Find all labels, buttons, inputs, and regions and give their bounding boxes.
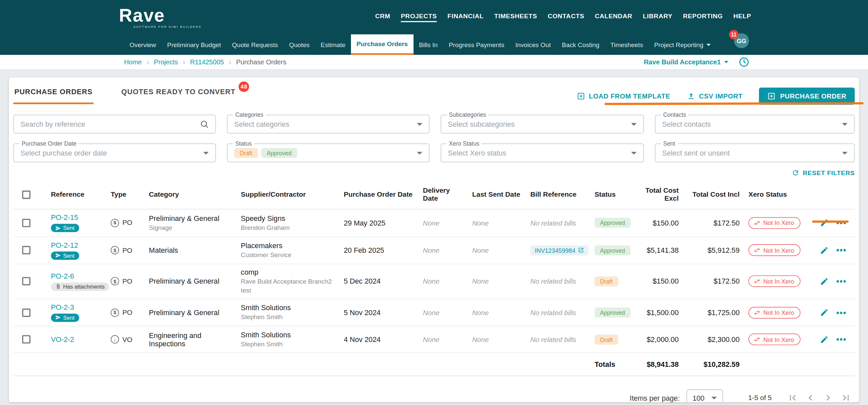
delivery-date: None	[423, 219, 439, 227]
load-from-template-button[interactable]: LOAD FROM TEMPLATE	[577, 92, 670, 100]
subcategories-filter[interactable]: Subcategories Select subcategories	[441, 115, 644, 134]
total-cost-incl: $1,725.00	[683, 309, 744, 317]
xero-status-chip: Not In Xero	[748, 307, 800, 318]
filters: Categories Select categories Subcategori…	[13, 115, 855, 163]
topnav-financial[interactable]: FINANCIAL	[447, 12, 484, 22]
subcategories-filter-value: Select subcategories	[448, 120, 631, 128]
col-status: Status	[590, 191, 637, 198]
subnav-preliminary-budget[interactable]: Preliminary Budget	[162, 34, 227, 55]
row-checkbox[interactable]	[22, 246, 30, 254]
row-checkbox[interactable]	[22, 335, 30, 344]
subnav-timesheets[interactable]: Timesheets	[605, 34, 649, 55]
topnav-reporting[interactable]: REPORTING	[683, 12, 723, 22]
project-selector[interactable]: Rave Build Acceptance1	[644, 58, 728, 66]
edit-button[interactable]	[819, 277, 829, 286]
more-actions-button[interactable]: •••	[836, 219, 846, 227]
contacts-filter[interactable]: Contacts Select contacts	[655, 115, 855, 134]
po-type-icon: $	[111, 277, 119, 286]
edit-button[interactable]	[819, 219, 829, 228]
items-per-page-value: 100	[692, 394, 704, 402]
supplier-text: Smith Solutions	[241, 331, 335, 339]
more-actions-button[interactable]: •••	[836, 309, 846, 317]
select-all-checkbox[interactable]	[22, 191, 30, 199]
status-filter-chip-draft[interactable]: Draft	[234, 148, 258, 158]
csv-import-label: CSV IMPORT	[699, 92, 742, 100]
table-header: Reference Type Category Supplier/Contrac…	[13, 181, 855, 209]
breadcrumb-project-id[interactable]: R11425005	[190, 58, 224, 66]
reference-link[interactable]: PO-2-3	[51, 303, 74, 311]
subnav-quote-requests[interactable]: Quote Requests	[226, 34, 283, 55]
subnav-progress-payments[interactable]: Progress Payments	[443, 34, 510, 55]
subnav-bills-in[interactable]: Bills In	[413, 34, 443, 55]
categories-filter[interactable]: Categories Select categories	[227, 115, 430, 134]
col-last-sent: Last Sent Date	[468, 191, 526, 198]
sent-filter-value: Select sent or unsent	[662, 149, 842, 157]
topnav-calendar[interactable]: CALENDAR	[595, 12, 632, 22]
subnav-back-costing[interactable]: Back Costing	[556, 34, 605, 55]
po-date-filter-value: Select purchase order date	[21, 149, 203, 157]
breadcrumb-home[interactable]: Home	[124, 58, 142, 66]
subnav-quotes[interactable]: Quotes	[284, 34, 315, 55]
edit-button[interactable]	[819, 308, 829, 317]
po-date-filter[interactable]: Purchase Order Date Select purchase orde…	[13, 144, 216, 163]
more-actions-button[interactable]: •••	[836, 335, 846, 344]
edit-pencil-icon	[819, 335, 829, 344]
reference-link[interactable]: PO-2-6	[51, 272, 74, 280]
subnav-project-reporting[interactable]: Project Reporting	[649, 34, 716, 55]
topnav-contacts[interactable]: CONTACTS	[548, 12, 584, 22]
search-field[interactable]	[13, 115, 216, 134]
more-actions-button[interactable]: •••	[836, 246, 846, 254]
csv-import-button[interactable]: CSV IMPORT	[687, 92, 742, 100]
subnav-overview[interactable]: Overview	[124, 34, 161, 55]
search-input[interactable]	[21, 120, 200, 128]
tab-purchase-orders[interactable]: PURCHASE ORDERS	[13, 87, 94, 104]
tab-quotes-ready[interactable]: QUOTES READY TO CONVERT 48	[120, 87, 237, 103]
supplier-subtext: test	[241, 287, 335, 294]
prev-page-button[interactable]	[805, 393, 816, 402]
topnav-library[interactable]: LIBRARY	[643, 12, 673, 22]
row-checkbox[interactable]	[22, 219, 30, 227]
new-purchase-order-label: PURCHASE ORDER	[780, 92, 846, 100]
topnav-timesheets[interactable]: TIMESHEETS	[494, 12, 537, 22]
breadcrumb-separator	[183, 58, 185, 66]
delivery-date: None	[423, 309, 439, 316]
reset-filters-button[interactable]: RESET FILTERS	[792, 169, 855, 176]
status-filter[interactable]: Status Draft Approved	[227, 144, 430, 163]
next-page-button[interactable]	[823, 393, 834, 402]
edit-button[interactable]	[819, 246, 829, 255]
refresh-icon	[792, 169, 799, 176]
more-actions-button[interactable]: •••	[836, 277, 846, 286]
subnav-invoices-out[interactable]: Invoices Out	[510, 34, 556, 55]
sent-filter[interactable]: Sent Select sent or unsent	[655, 144, 855, 163]
status-filter-chip-approved[interactable]: Approved	[261, 148, 297, 158]
reference-link[interactable]: PO-2-12	[51, 241, 78, 249]
topnav-crm[interactable]: CRM	[375, 12, 391, 22]
xero-status-filter[interactable]: Xero Status Select Xero status	[441, 144, 644, 163]
reference-link[interactable]: VO-2-2	[51, 335, 74, 344]
items-per-page-select[interactable]: 100	[686, 390, 723, 402]
edit-pencil-icon	[819, 219, 829, 228]
topnav-help[interactable]: HELP	[734, 12, 751, 22]
col-supplier: Supplier/Contractor	[236, 191, 339, 198]
breadcrumb-projects[interactable]: Projects	[154, 58, 178, 66]
row-checkbox[interactable]	[22, 277, 30, 286]
last-page-button[interactable]	[840, 393, 851, 402]
totals-excl: $8,941.38	[637, 360, 683, 369]
reference-link[interactable]: PO-2-15	[51, 213, 78, 222]
xero-status-chip: Not In Xero	[748, 217, 800, 229]
search-icon	[200, 120, 209, 129]
subnav-estimate[interactable]: Estimate	[315, 34, 351, 55]
history-clock-button[interactable]	[738, 56, 749, 67]
subnav-purchase-orders[interactable]: Purchase Orders	[351, 34, 413, 55]
xero-status-chip: Not In Xero	[748, 276, 800, 287]
rave-logo[interactable]: Rave SOFTWARE FOR KIWI BUILDERS	[119, 6, 202, 29]
supplier-subtext: Customer Service	[241, 251, 335, 259]
first-page-button[interactable]	[787, 393, 798, 402]
swap-icon	[753, 219, 761, 227]
edit-button[interactable]	[819, 335, 829, 344]
row-checkbox[interactable]	[22, 309, 30, 317]
contacts-filter-value: Select contacts	[662, 120, 842, 128]
topnav-projects[interactable]: PROJECTS	[401, 12, 437, 22]
edit-pencil-icon	[819, 308, 829, 317]
bill-reference-chip[interactable]: INV123459984	[530, 245, 589, 255]
